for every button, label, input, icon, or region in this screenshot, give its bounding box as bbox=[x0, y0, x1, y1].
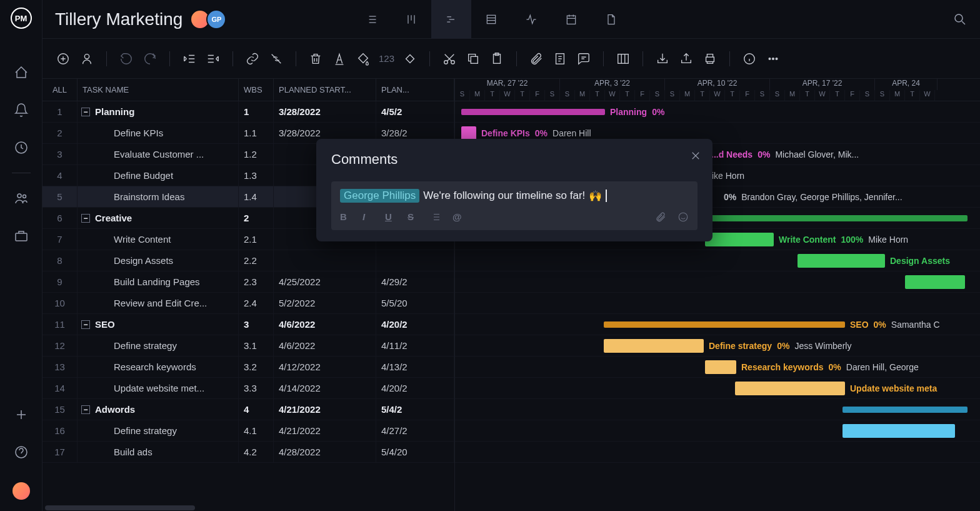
col-all[interactable]: ALL bbox=[42, 79, 78, 101]
table-row[interactable]: 10 Review and Edit Cre... 2.4 5/2/2022 5… bbox=[42, 293, 454, 314]
gantt-bar[interactable] bbox=[842, 424, 955, 438]
unlink-button[interactable] bbox=[268, 51, 284, 67]
collapse-icon[interactable]: − bbox=[81, 405, 90, 414]
avatar[interactable]: GP bbox=[206, 9, 226, 29]
numbers-toggle[interactable]: 123 bbox=[379, 53, 394, 64]
assign-button[interactable] bbox=[79, 51, 95, 67]
gantt-row[interactable] bbox=[455, 442, 980, 463]
col-wbs[interactable]: WBS bbox=[239, 79, 274, 101]
briefcase-icon[interactable] bbox=[14, 228, 29, 243]
gantt-bar[interactable]: Research keywords0%Daren Hill, George bbox=[705, 360, 736, 374]
calendar-view-tab[interactable] bbox=[551, 0, 591, 39]
board-view-tab[interactable] bbox=[391, 0, 431, 39]
table-row[interactable]: 13 Research keywords 3.2 4/12/2022 4/13/… bbox=[42, 357, 454, 378]
table-row[interactable]: 14 Update website met... 3.3 4/14/2022 4… bbox=[42, 378, 454, 399]
print-button[interactable] bbox=[702, 51, 718, 67]
team-icon[interactable] bbox=[14, 191, 29, 206]
activity-view-tab[interactable] bbox=[511, 0, 551, 39]
close-icon[interactable] bbox=[690, 150, 701, 161]
table-row[interactable]: 16 Define strategy 4.1 4/21/2022 4/27/2 bbox=[42, 420, 454, 442]
gantt-row[interactable] bbox=[455, 420, 980, 442]
avatar-group[interactable]: GP bbox=[194, 9, 226, 29]
undo-button[interactable] bbox=[118, 51, 134, 67]
export-button[interactable] bbox=[678, 51, 694, 67]
table-row[interactable]: 12 Define strategy 3.1 4/6/2022 4/11/2 bbox=[42, 335, 454, 357]
gantt-row[interactable]: Design Assets bbox=[455, 250, 980, 271]
underline-button[interactable]: U bbox=[385, 211, 396, 223]
gantt-view-tab[interactable] bbox=[431, 0, 471, 39]
gantt-row[interactable] bbox=[455, 399, 980, 420]
list-view-tab[interactable] bbox=[351, 0, 391, 39]
indent-button[interactable] bbox=[205, 51, 221, 67]
comment-input[interactable]: George Phillips We're following our time… bbox=[331, 181, 698, 230]
table-row[interactable]: 8 Design Assets 2.2 bbox=[42, 250, 454, 271]
gantt-bar[interactable] bbox=[705, 215, 968, 221]
table-row[interactable]: 11 − SEO 3 4/6/2022 4/20/2 bbox=[42, 314, 454, 335]
horizontal-scrollbar[interactable] bbox=[42, 505, 454, 511]
mention-button[interactable]: @ bbox=[452, 211, 464, 223]
collapse-icon[interactable]: − bbox=[81, 320, 90, 329]
redo-button[interactable] bbox=[142, 51, 158, 67]
collapse-icon[interactable]: − bbox=[81, 108, 90, 116]
app-logo[interactable]: PM bbox=[11, 8, 32, 29]
notes-button[interactable] bbox=[552, 51, 568, 67]
home-icon[interactable] bbox=[14, 65, 29, 80]
cut-button[interactable] bbox=[441, 51, 458, 67]
link-button[interactable] bbox=[244, 51, 261, 67]
add-task-button[interactable] bbox=[55, 51, 71, 67]
table-row[interactable]: 15 − Adwords 4 4/21/2022 5/4/2 bbox=[42, 399, 454, 420]
list-button[interactable] bbox=[430, 211, 441, 223]
bold-button[interactable]: B bbox=[340, 211, 351, 223]
plus-icon[interactable] bbox=[14, 407, 29, 422]
help-icon[interactable] bbox=[14, 445, 29, 460]
col-task-name[interactable]: TASK NAME bbox=[78, 79, 239, 101]
attach-icon[interactable] bbox=[655, 211, 666, 223]
gantt-row[interactable]: Update website meta bbox=[455, 378, 980, 399]
italic-button[interactable]: I bbox=[362, 211, 374, 223]
copy-button[interactable] bbox=[465, 51, 481, 67]
info-button[interactable] bbox=[741, 51, 758, 67]
fill-color-button[interactable] bbox=[355, 51, 371, 67]
table-row[interactable]: 1 − Planning 1 3/28/2022 4/5/2 bbox=[42, 101, 454, 123]
text-color-button[interactable] bbox=[331, 51, 348, 67]
gantt-row[interactable]: Planning0% bbox=[455, 101, 980, 123]
col-planned-start[interactable]: PLANNED START... bbox=[274, 79, 376, 101]
table-row[interactable]: 17 Build ads 4.2 4/28/2022 5/4/20 bbox=[42, 442, 454, 463]
gantt-row[interactable]: Research keywords0%Daren Hill, George bbox=[455, 357, 980, 378]
columns-button[interactable] bbox=[615, 51, 631, 67]
gantt-row[interactable] bbox=[455, 271, 980, 293]
gantt-bar[interactable]: Update website meta bbox=[735, 382, 845, 395]
paste-button[interactable] bbox=[489, 51, 505, 67]
attachment-button[interactable] bbox=[528, 51, 544, 67]
emoji-icon[interactable] bbox=[678, 211, 689, 223]
file-view-tab[interactable] bbox=[591, 0, 631, 39]
delete-button[interactable] bbox=[308, 51, 324, 67]
strike-button[interactable]: S bbox=[408, 211, 419, 223]
user-avatar[interactable] bbox=[12, 482, 30, 500]
gantt-bar[interactable] bbox=[905, 275, 965, 289]
clock-icon[interactable] bbox=[14, 140, 29, 155]
gantt-bar[interactable] bbox=[842, 407, 968, 413]
bell-icon[interactable] bbox=[14, 103, 29, 118]
search-icon[interactable] bbox=[952, 12, 968, 27]
milestone-button[interactable] bbox=[402, 51, 418, 67]
more-button[interactable] bbox=[765, 51, 781, 67]
gantt-bar[interactable]: Define KPIs0%Daren Hill bbox=[461, 126, 476, 140]
mention-chip[interactable]: George Phillips bbox=[340, 189, 419, 203]
comment-button[interactable] bbox=[576, 51, 592, 67]
import-button[interactable] bbox=[654, 51, 671, 67]
outdent-button[interactable] bbox=[181, 51, 198, 67]
sheet-view-tab[interactable] bbox=[471, 0, 511, 39]
gantt-row[interactable]: Define strategy0%Jess Wimberly bbox=[455, 335, 980, 357]
gantt-bar[interactable]: SEO0%Samantha C bbox=[604, 321, 845, 328]
collapse-icon[interactable]: − bbox=[81, 214, 90, 223]
gantt-bar[interactable]: Define strategy0%Jess Wimberly bbox=[604, 339, 704, 353]
table-row[interactable]: 9 Build Landing Pages 2.3 4/25/2022 4/29… bbox=[42, 271, 454, 293]
gantt-row[interactable]: SEO0%Samantha C bbox=[455, 314, 980, 335]
col-planned-end[interactable]: PLAN... bbox=[376, 79, 454, 101]
gantt-bar[interactable]: Write Content100%Mike Horn bbox=[705, 233, 774, 246]
gantt-bar[interactable]: Design Assets bbox=[798, 254, 885, 268]
gantt-row[interactable] bbox=[455, 293, 980, 314]
gantt-bar[interactable]: Planning0% bbox=[461, 109, 605, 115]
gantt-bar[interactable]: 0%Brandon Gray, George Phillips, Jennife… bbox=[718, 190, 719, 204]
